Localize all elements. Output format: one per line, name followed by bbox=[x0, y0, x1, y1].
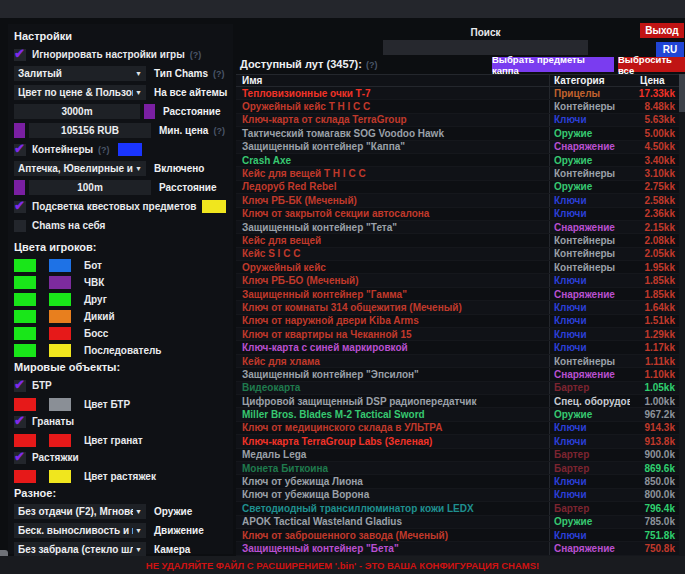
color-swatch[interactable] bbox=[49, 398, 71, 411]
column-header-category[interactable]: Категория bbox=[549, 75, 630, 86]
loot-table-row[interactable]: Ключ РБ-БО (Меченый)Ключи1.85kk bbox=[236, 274, 679, 287]
color-swatch[interactable] bbox=[49, 293, 71, 306]
loot-table-row[interactable]: Тактический томагавк SOG Voodoo HawkОруж… bbox=[236, 127, 679, 140]
loot-table-row[interactable]: Ключ от закрытой секции автосалонаКлючи2… bbox=[236, 208, 679, 221]
item-name: APOK Tactical Wasteland Gladius bbox=[236, 516, 549, 527]
distance-input[interactable]: 3000m bbox=[14, 104, 140, 119]
quest-highlight-row[interactable]: Подсветка квестовых предметов bbox=[12, 199, 229, 214]
color-swatch[interactable] bbox=[14, 293, 36, 306]
distance-color-swatch[interactable] bbox=[144, 104, 155, 119]
color-swatch[interactable] bbox=[14, 344, 36, 357]
loot-table-row[interactable]: Ключ-карта с синей маркировкойКлючи1.17k… bbox=[236, 341, 679, 354]
loot-table-row[interactable]: Медаль LegaБартер900.0k bbox=[236, 449, 679, 462]
loot-table-row[interactable]: Тепловизионные очки Т-7Прицелы17.33kk bbox=[236, 87, 679, 100]
exit-button[interactable]: Выход bbox=[640, 23, 684, 38]
distance2-color-swatch[interactable] bbox=[14, 180, 25, 195]
world-object-checkbox-row[interactable]: Гранаты bbox=[12, 414, 229, 429]
checkbox-checked-icon[interactable] bbox=[14, 49, 26, 61]
loot-table-row[interactable]: Кейс S I C CКонтейнеры2.05kk bbox=[236, 248, 679, 261]
color-swatch[interactable] bbox=[14, 398, 36, 411]
loot-table-row[interactable]: Ключ от наружной двери Kiba ArmsКлючи1.5… bbox=[236, 315, 679, 328]
help-hint[interactable]: (?) bbox=[213, 126, 225, 136]
color-swatch[interactable] bbox=[49, 310, 71, 323]
checkbox-checked-icon[interactable] bbox=[14, 201, 26, 213]
loot-table-row[interactable]: Ключ от комнаты 314 общежития (Меченый)К… bbox=[236, 301, 679, 314]
color-swatch[interactable] bbox=[49, 327, 71, 340]
loot-table-row[interactable]: Кейс для вещейКонтейнеры2.08kk bbox=[236, 234, 679, 247]
color-mode-dropdown[interactable]: Цвет по цене & Пользователь ▼ bbox=[14, 85, 146, 100]
checkbox-checked-icon[interactable] bbox=[14, 452, 26, 464]
item-name: Ключ от убежища Ворона bbox=[236, 489, 549, 500]
color-swatch[interactable] bbox=[14, 310, 36, 323]
loot-table-row[interactable]: Ледоруб Red RebelОружие2.75kk bbox=[236, 181, 679, 194]
column-header-name[interactable]: Имя bbox=[236, 75, 549, 86]
loot-table-row[interactable]: Защищенный контейнер "Бета"Снаряжение750… bbox=[236, 542, 679, 555]
loot-table-row[interactable]: Ключ от заброшенного завода (Меченый)Клю… bbox=[236, 529, 679, 542]
min-price-color-swatch[interactable] bbox=[14, 123, 25, 138]
loot-table-row[interactable]: Монета БиткоинаБартер869.6k bbox=[236, 462, 679, 475]
help-hint[interactable]: (?) bbox=[190, 50, 202, 60]
self-chams-row[interactable]: Chams на себя bbox=[12, 218, 229, 233]
table-scrollbar[interactable] bbox=[679, 74, 685, 556]
loot-table-row[interactable]: Ключ от медицинского склада в УЛЬТРАКлюч… bbox=[236, 422, 679, 435]
help-hint[interactable]: (?) bbox=[213, 69, 225, 79]
loot-table-row[interactable]: Crash AxeОружие3.40kk bbox=[236, 154, 679, 167]
color-swatch[interactable] bbox=[49, 276, 71, 289]
loot-table-row[interactable]: Оружейный кейс T H I C CКонтейнеры8.48kk bbox=[236, 100, 679, 113]
loot-table-row[interactable]: ВидеокартаБартер1.05kk bbox=[236, 382, 679, 395]
loot-table-row[interactable]: Кейс для хламаКонтейнеры1.11kk bbox=[236, 355, 679, 368]
checkbox-checked-icon[interactable] bbox=[14, 416, 26, 428]
item-price: 1.85kk bbox=[630, 275, 679, 286]
distance2-label: Расстояние bbox=[159, 182, 217, 193]
color-swatch[interactable] bbox=[14, 470, 36, 483]
ignore-game-settings-row[interactable]: Игнорировать настройки игры (?) bbox=[12, 47, 229, 62]
loot-table-row[interactable]: Защищенный контейнер "Каппа"Снаряжение4.… bbox=[236, 141, 679, 154]
color-swatch[interactable] bbox=[49, 470, 71, 483]
loot-table-row[interactable]: Цифровой защищенный DSP радиопередатчикС… bbox=[236, 395, 679, 408]
item-name: Ключ от закрытой секции автосалона bbox=[236, 208, 549, 219]
column-header-price[interactable]: Цена bbox=[630, 75, 679, 86]
loot-table-row[interactable]: Ключ от убежища ЛионаКлючи850.0k bbox=[236, 475, 679, 488]
loot-table-row[interactable]: Ключ-карта TerraGroup Labs (Зеленая)Ключ… bbox=[236, 435, 679, 448]
loot-table-row[interactable]: Ключ от квартиры на Чеканной 15Ключи1.29… bbox=[236, 328, 679, 341]
checkbox-checked-icon[interactable] bbox=[14, 144, 26, 156]
color-swatch[interactable] bbox=[14, 434, 36, 447]
checkbox-checked-icon[interactable] bbox=[14, 380, 26, 392]
world-object-checkbox-row[interactable]: БТР bbox=[12, 378, 229, 393]
loot-table-row[interactable]: Защищенный контейнер "Гамма"Снаряжение1.… bbox=[236, 288, 679, 301]
min-price-input[interactable]: 105156 RUB bbox=[29, 123, 151, 138]
loot-table-row[interactable]: Защищенный контейнер "Тета"Снаряжение2.1… bbox=[236, 221, 679, 234]
loot-table-row[interactable]: Оружейный кейсКонтейнеры1.95kk bbox=[236, 261, 679, 274]
scrollbar-thumb[interactable] bbox=[679, 74, 685, 112]
movement-dropdown[interactable]: Беск. выносливость и нет уста ▼ bbox=[14, 523, 146, 538]
containers-row[interactable]: Контейнеры (?) bbox=[12, 142, 229, 157]
help-hint[interactable]: (?) bbox=[366, 60, 378, 70]
loot-table-row[interactable]: Кейс для вещей T H I C CКонтейнеры3.10kk bbox=[236, 167, 679, 180]
weapon-dropdown[interactable]: Без отдачи (F2), Мгновенное п ▼ bbox=[14, 504, 146, 519]
loot-table-row[interactable]: Ключ РБ-БК (Меченый)Ключи2.58kk bbox=[236, 194, 679, 207]
select-kappa-items-button[interactable]: Выбрать предметы каппа bbox=[492, 57, 614, 72]
color-swatch[interactable] bbox=[49, 259, 71, 272]
color-swatch[interactable] bbox=[49, 434, 71, 447]
loot-table-row[interactable]: Светодиодный трансиллюминатор кожи LEDXБ… bbox=[236, 502, 679, 515]
color-swatch[interactable] bbox=[49, 344, 71, 357]
quest-color-swatch[interactable] bbox=[202, 200, 226, 213]
loot-table-row[interactable]: APOK Tactical Wasteland GladiusОружие785… bbox=[236, 516, 679, 529]
loot-table-row[interactable]: Защищенный контейнер "Эпсилон"Снаряжение… bbox=[236, 368, 679, 381]
color-swatch[interactable] bbox=[14, 327, 36, 340]
checkbox-unchecked-icon[interactable] bbox=[14, 220, 26, 232]
loot-table-row[interactable]: Ключ от убежища ВоронаКлючи800.0k bbox=[236, 489, 679, 502]
discard-all-button[interactable]: Выбросить все bbox=[618, 57, 685, 72]
chams-type-dropdown[interactable]: Залитый ▼ bbox=[14, 66, 146, 81]
included-categories-dropdown[interactable]: Аптечка, Ювелирные и... ▼ bbox=[14, 161, 146, 176]
camera-dropdown[interactable]: Без забрала (стекло шлема) ▼ bbox=[14, 542, 146, 557]
color-swatch[interactable] bbox=[14, 259, 36, 272]
containers-color-swatch[interactable] bbox=[118, 143, 142, 156]
loot-table-row[interactable]: Miller Bros. Blades M-2 Tactical SwordОр… bbox=[236, 408, 679, 421]
help-hint[interactable]: (?) bbox=[98, 145, 110, 155]
distance2-input[interactable]: 100m bbox=[29, 180, 151, 195]
color-swatch[interactable] bbox=[14, 276, 36, 289]
loot-table-row[interactable]: Ключ-карта от склада TerraGroupКлючи5.63… bbox=[236, 114, 679, 127]
world-object-checkbox-row[interactable]: Растяжки bbox=[12, 450, 229, 465]
item-category: Контейнеры bbox=[549, 355, 630, 367]
